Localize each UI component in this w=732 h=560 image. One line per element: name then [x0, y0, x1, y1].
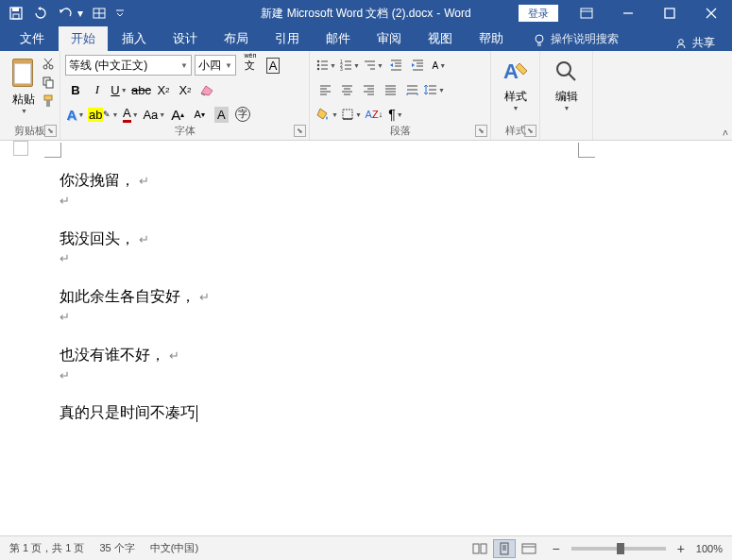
chevron-down-icon: ▼: [180, 61, 188, 70]
zoom-slider[interactable]: [571, 547, 666, 551]
editing-label: 编辑: [555, 89, 578, 105]
undo-button[interactable]: ▾: [55, 3, 85, 24]
text-effects-button[interactable]: A▼: [65, 104, 86, 125]
login-button[interactable]: 登录: [519, 5, 558, 22]
superscript-button[interactable]: X2: [175, 79, 196, 100]
table-icon[interactable]: [89, 3, 110, 24]
format-painter-icon[interactable]: [40, 93, 57, 110]
tab-insert[interactable]: 插入: [110, 26, 159, 51]
undo-icon[interactable]: [55, 3, 76, 24]
zoom-in-button[interactable]: +: [673, 541, 689, 556]
share-button[interactable]: 共享: [675, 35, 715, 51]
borders-button[interactable]: ▼: [340, 104, 363, 125]
text-line[interactable]: 也没有谁不好，: [60, 347, 165, 363]
change-case-button[interactable]: Aa▼: [142, 104, 166, 125]
close-icon[interactable]: [690, 0, 732, 26]
align-center-icon[interactable]: [336, 79, 357, 100]
text-line[interactable]: 我没回头，: [60, 230, 135, 246]
align-left-icon[interactable]: [315, 79, 335, 100]
decrease-indent-icon[interactable]: [385, 55, 406, 76]
svg-point-13: [536, 35, 543, 42]
text-cursor: [196, 405, 197, 422]
minimize-icon[interactable]: [607, 0, 649, 26]
share-icon: [675, 37, 689, 50]
svg-point-25: [317, 60, 319, 62]
font-name-combo[interactable]: 等线 (中文正文)▼: [65, 55, 192, 76]
styles-icon[interactable]: A: [499, 55, 533, 89]
tab-design[interactable]: 设计: [161, 26, 210, 51]
maximize-icon[interactable]: [649, 0, 690, 26]
document-body[interactable]: 你没挽留， ↵ ↵ 我没回头， ↵ ↵ 如此余生各自安好， ↵ ↵ 也没有谁不好…: [60, 171, 210, 423]
increase-indent-icon[interactable]: [407, 55, 428, 76]
char-border-icon[interactable]: A: [263, 55, 283, 76]
sort-icon[interactable]: AZ↓: [364, 104, 384, 125]
styles-dialog-icon[interactable]: ⬊: [524, 125, 536, 137]
font-dialog-icon[interactable]: ⬊: [294, 125, 306, 137]
enclose-char-icon[interactable]: 字: [232, 104, 253, 125]
web-layout-icon[interactable]: [518, 539, 540, 558]
justify-icon[interactable]: [380, 79, 400, 100]
qat-customize-icon[interactable]: [113, 3, 127, 24]
tab-view[interactable]: 视图: [416, 26, 465, 51]
font-color-button[interactable]: A▼: [120, 104, 141, 125]
paragraph-group: ▼ 123▼ ▼ A▼ ▼ ▼ ▼ AZ↓ ¶▼ 段落 ⬊: [310, 51, 491, 140]
ribbon-options-icon[interactable]: [566, 0, 607, 26]
save-icon[interactable]: [6, 3, 26, 24]
char-shading-icon[interactable]: A: [211, 104, 231, 125]
page-status[interactable]: 第 1 页，共 1 页: [9, 541, 84, 555]
language-status[interactable]: 中文(中国): [150, 541, 198, 555]
show-marks-icon[interactable]: ¶▼: [385, 104, 406, 125]
text-line[interactable]: 真的只是时间不凑巧: [60, 404, 196, 420]
undo-dropdown-icon[interactable]: ▾: [76, 3, 85, 24]
shading-button[interactable]: ▼: [315, 104, 339, 125]
tab-selector[interactable]: [13, 141, 28, 156]
clipboard-dialog-icon[interactable]: ⬊: [44, 125, 57, 137]
read-mode-icon[interactable]: [468, 539, 491, 558]
underline-button[interactable]: U▼: [109, 79, 129, 100]
cut-icon[interactable]: [40, 55, 57, 72]
document-area[interactable]: 你没挽留， ↵ ↵ 我没回头， ↵ ↵ 如此余生各自安好， ↵ ↵ 也没有谁不好…: [0, 141, 732, 535]
bullets-button[interactable]: ▼: [315, 55, 337, 76]
phonetic-guide-icon[interactable]: 文wén: [239, 55, 260, 76]
word-count[interactable]: 35 个字: [99, 541, 134, 555]
tab-mailings[interactable]: 邮件: [314, 26, 363, 51]
tell-me-search[interactable]: 操作说明搜索: [525, 27, 626, 51]
strikethrough-button[interactable]: abc: [130, 79, 152, 100]
italic-button[interactable]: I: [87, 79, 108, 100]
print-layout-icon[interactable]: [493, 539, 516, 558]
line-spacing-button[interactable]: ▼: [423, 79, 446, 100]
tab-references[interactable]: 引用: [263, 26, 312, 51]
align-right-icon[interactable]: [358, 79, 379, 100]
font-size-combo[interactable]: 小四▼: [195, 55, 236, 76]
asian-layout-button[interactable]: A▼: [429, 55, 450, 76]
text-line[interactable]: 如此余生各自安好，: [60, 288, 196, 304]
clear-format-icon[interactable]: [196, 79, 217, 100]
text-line[interactable]: 你没挽留，: [60, 172, 135, 188]
shrink-font-button[interactable]: A▾: [189, 104, 210, 125]
copy-icon[interactable]: [40, 74, 57, 91]
tab-file[interactable]: 文件: [8, 26, 57, 51]
find-icon[interactable]: [550, 55, 584, 89]
tab-layout[interactable]: 布局: [212, 26, 261, 51]
zoom-out-button[interactable]: −: [548, 541, 563, 556]
numbering-button[interactable]: 123▼: [338, 55, 361, 76]
distribute-icon[interactable]: [401, 79, 422, 100]
paragraph-dialog-icon[interactable]: ⬊: [475, 125, 487, 137]
highlight-button[interactable]: ab✎▼: [87, 104, 119, 125]
tab-home[interactable]: 开始: [59, 26, 108, 51]
bold-button[interactable]: B: [65, 79, 86, 100]
paste-button[interactable]: 粘贴 ▼: [5, 56, 43, 114]
tab-review[interactable]: 审阅: [365, 26, 414, 51]
collapse-ribbon-icon[interactable]: ʌ: [723, 127, 728, 137]
tab-help[interactable]: 帮助: [467, 26, 516, 51]
page-corner-right: [578, 143, 595, 158]
svg-rect-7: [581, 8, 592, 18]
bulb-icon: [533, 33, 546, 46]
repeat-icon[interactable]: [30, 3, 51, 24]
multilevel-list-button[interactable]: ▼: [362, 55, 384, 76]
subscript-button[interactable]: X2: [153, 79, 174, 100]
zoom-thumb[interactable]: [617, 543, 624, 554]
chevron-down-icon: ▼: [225, 61, 232, 70]
grow-font-button[interactable]: A▴: [167, 104, 188, 125]
zoom-level[interactable]: 100%: [696, 543, 723, 554]
